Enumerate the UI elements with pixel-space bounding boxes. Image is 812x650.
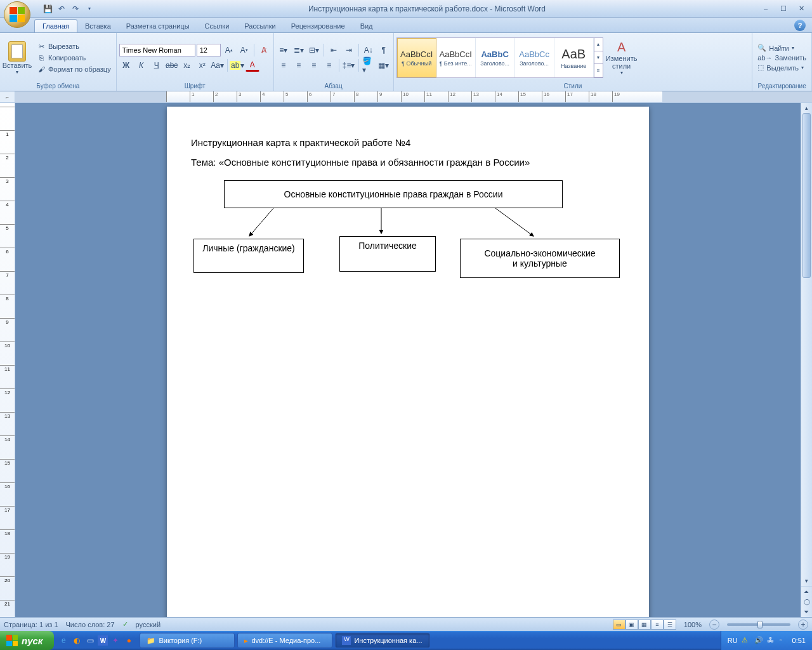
horizontal-ruler[interactable]: 12345678910111213141516171819 [15, 91, 812, 102]
style-no-spacing[interactable]: AaBbCcI¶ Без инте... [436, 38, 476, 77]
paste-button[interactable]: Вставить ▾ [3, 37, 32, 79]
proofing-icon[interactable]: ✓ [122, 620, 128, 628]
shading-button[interactable]: 🪣▾ [362, 59, 376, 72]
clock[interactable]: 0:51 [792, 637, 806, 644]
taskbar-item-active[interactable]: WИнструкционная ка... [335, 633, 430, 648]
tray-icon[interactable]: ▫ [780, 636, 789, 645]
tab-home[interactable]: Главная [34, 19, 77, 32]
start-button[interactable]: пуск [0, 631, 54, 650]
ie-icon[interactable]: e [58, 635, 69, 646]
font-name-combo[interactable]: Times New Roman [119, 44, 195, 56]
office-button[interactable] [4, 1, 30, 28]
change-case-button[interactable]: Aa▾ [211, 59, 225, 72]
show-marks-button[interactable]: ¶ [377, 44, 391, 56]
select-button[interactable]: ⬚Выделить▾ [755, 63, 809, 72]
tab-view[interactable]: Вид [353, 20, 381, 32]
style-normal[interactable]: AaBbCcI¶ Обычный [397, 38, 436, 77]
strikethrough-button[interactable]: abc [165, 59, 179, 72]
show-desktop-icon[interactable]: ▭ [84, 635, 96, 646]
volume-icon[interactable]: 🔊 [754, 636, 763, 645]
superscript-button[interactable]: x² [195, 59, 209, 72]
align-right-button[interactable]: ≡ [307, 59, 321, 72]
browse-object-icon[interactable]: ◯ [801, 597, 812, 607]
taskbar-item[interactable]: ▸dvd://E - Медиа-про... [237, 633, 332, 648]
justify-button[interactable]: ≡ [322, 59, 336, 72]
prev-page-icon[interactable]: ⏶ [801, 587, 812, 597]
zoom-level[interactable]: 100% [684, 621, 702, 628]
copy-button[interactable]: ⎘Копировать [34, 53, 114, 63]
font-size-combo[interactable]: 12 [197, 44, 221, 56]
qat-dropdown-icon[interactable]: ▾ [84, 3, 95, 15]
gallery-more-icon[interactable]: ≡ [594, 64, 603, 77]
zoom-out-icon[interactable]: − [709, 620, 719, 630]
tab-page-layout[interactable]: Разметка страницы [119, 20, 197, 32]
network-icon[interactable]: 🖧 [767, 636, 776, 645]
maximize-button[interactable]: ☐ [776, 4, 790, 14]
increase-indent-button[interactable]: ⇥ [342, 44, 356, 56]
multilevel-button[interactable]: ⊟▾ [307, 44, 321, 56]
draft-view-icon[interactable]: ☰ [664, 620, 676, 630]
font-color-button[interactable]: A [246, 59, 259, 72]
app-icon[interactable]: ● [123, 635, 134, 646]
scroll-up-icon[interactable]: ▴ [801, 103, 812, 113]
style-heading1[interactable]: AaBbCЗаголово... [476, 38, 515, 77]
status-page[interactable]: Страница: 1 из 1 [4, 621, 58, 628]
borders-button[interactable]: ▦▾ [377, 59, 391, 72]
tab-mailings[interactable]: Рассылки [237, 20, 283, 32]
cut-button[interactable]: ✂Вырезать [34, 41, 114, 51]
highlight-button[interactable]: ab▾ [230, 59, 244, 72]
redo-icon[interactable]: ↷ [70, 3, 81, 15]
taskbar-item[interactable]: 📁Виктория (F:) [140, 633, 235, 648]
minimize-button[interactable]: – [759, 4, 773, 14]
tab-review[interactable]: Рецензирование [284, 20, 353, 32]
save-icon[interactable]: 💾 [42, 3, 53, 15]
format-painter-button[interactable]: 🖌Формат по образцу [34, 64, 114, 74]
full-screen-view-icon[interactable]: ▣ [625, 620, 638, 630]
page[interactable]: Инструкционная карта к практической рабо… [167, 107, 649, 617]
status-words[interactable]: Число слов: 27 [66, 621, 115, 628]
numbering-button[interactable]: ≣▾ [292, 44, 306, 56]
gallery-down-icon[interactable]: ▾ [594, 51, 603, 65]
app-icon[interactable]: ✦ [110, 635, 121, 646]
sort-button[interactable]: A↓ [362, 44, 376, 56]
language-indicator[interactable]: RU [728, 637, 738, 644]
vertical-scrollbar[interactable]: ▴ ▾ ⏶ ◯ ⏷ [801, 103, 812, 617]
print-layout-view-icon[interactable]: ▭ [613, 620, 625, 630]
word-icon[interactable]: W [98, 635, 108, 646]
align-left-button[interactable]: ≡ [277, 59, 291, 72]
find-button[interactable]: 🔍Найти▾ [755, 43, 809, 53]
style-heading2[interactable]: AaBbCcЗаголово... [515, 38, 554, 77]
status-language[interactable]: русский [136, 621, 160, 628]
replace-button[interactable]: ab→Заменить [755, 53, 809, 62]
gallery-up-icon[interactable]: ▴ [594, 38, 603, 51]
tab-references[interactable]: Ссылки [197, 20, 237, 32]
clear-formatting-icon[interactable]: A̷ [257, 44, 271, 56]
bullets-button[interactable]: ≡▾ [277, 44, 291, 56]
tab-insert[interactable]: Вставка [77, 20, 119, 32]
zoom-thumb[interactable] [757, 621, 763, 628]
web-layout-view-icon[interactable]: ▦ [638, 620, 651, 630]
subscript-button[interactable]: x₂ [180, 59, 194, 72]
outline-view-icon[interactable]: ≡ [651, 620, 664, 630]
zoom-slider[interactable] [727, 623, 790, 626]
help-icon[interactable]: ? [794, 20, 806, 31]
shrink-font-icon[interactable]: A▾ [237, 44, 251, 56]
bold-button[interactable]: Ж [119, 59, 133, 72]
decrease-indent-button[interactable]: ⇤ [327, 44, 341, 56]
undo-icon[interactable]: ↶ [56, 3, 67, 15]
line-spacing-button[interactable]: ‡≡▾ [342, 59, 356, 72]
change-styles-button[interactable]: A Изменить стили ▾ [606, 40, 638, 76]
document-viewport[interactable]: Инструкционная карта к практической рабо… [15, 103, 801, 617]
close-button[interactable]: ✕ [794, 4, 808, 14]
media-player-icon[interactable]: ◐ [71, 635, 82, 646]
italic-button[interactable]: К [134, 59, 148, 72]
vertical-ruler[interactable]: 12345678910111213141516171819202122 [0, 103, 15, 617]
scroll-thumb[interactable] [802, 113, 811, 278]
next-page-icon[interactable]: ⏷ [801, 607, 812, 617]
underline-button[interactable]: Ч [150, 59, 164, 72]
tray-icon[interactable]: ⚠ [742, 636, 750, 645]
grow-font-icon[interactable]: A▴ [222, 44, 236, 56]
ruler-toggle-icon[interactable]: ⌐ [0, 91, 15, 102]
style-title[interactable]: АаВНазвание [554, 38, 594, 77]
scroll-down-icon[interactable]: ▾ [801, 576, 812, 586]
